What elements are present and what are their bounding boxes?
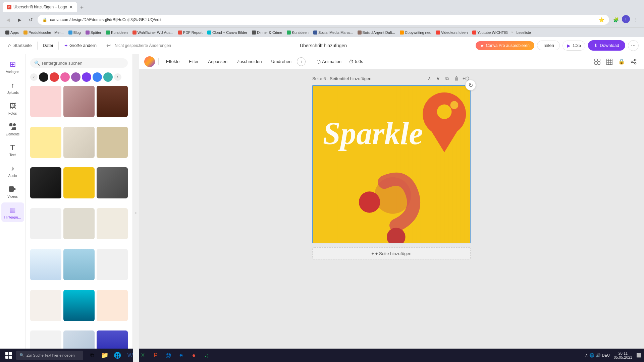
bookmark-wahlfacher[interactable]: Wahlfächer WU Aus... (130, 30, 175, 35)
add-page-button[interactable]: + + Seite hinzufügen (312, 247, 471, 259)
color-next-button[interactable]: › (114, 73, 121, 81)
taskbar-app-powerpoint[interactable]: P (150, 349, 162, 361)
tab-close-button[interactable]: ✕ (69, 4, 73, 10)
page-collapse-button[interactable]: ∧ (425, 74, 434, 83)
file-menu[interactable]: Datei (40, 42, 56, 49)
taskbar-network-icon[interactable]: 🌐 (589, 353, 594, 358)
background-thumbnail[interactable] (97, 167, 128, 198)
sidebar-item-videos[interactable]: Videos (1, 182, 24, 201)
panel-collapse-button[interactable]: ‹ (133, 54, 139, 362)
sidebar-item-hintergrunde[interactable]: ▦ Hintergru... (1, 202, 24, 222)
lock-button[interactable]: 🔒 (616, 57, 627, 67)
taskbar-search[interactable]: 🔍 Zur Suche Text hier eingeben (16, 351, 83, 360)
background-thumbnail[interactable] (63, 127, 95, 158)
browser-menu-button[interactable]: ⋮ (631, 15, 641, 24)
sidebar-item-text[interactable]: T Text (1, 140, 24, 160)
sidebar-item-vorlagen[interactable]: ⊞ Vorlagen (1, 57, 24, 76)
taskbar-app-task-view[interactable]: ⧉ (86, 349, 98, 361)
sidebar-item-uploads[interactable]: ↑ Uploads (1, 78, 24, 97)
background-thumbnail[interactable] (97, 127, 128, 158)
background-thumbnail[interactable] (30, 208, 61, 239)
play-button[interactable]: ▶ 1:25 (562, 41, 585, 51)
style-color-icon[interactable] (144, 56, 155, 67)
bookmark-cload[interactable]: Cload + Canva Bilder (205, 30, 249, 35)
download-button[interactable]: ⬇ Download (588, 40, 625, 51)
taskbar-app-edge[interactable]: 🌐 (111, 349, 123, 361)
background-thumbnail[interactable] (97, 249, 128, 280)
color-swatch-pink[interactable] (60, 72, 70, 82)
background-thumbnail[interactable] (63, 290, 95, 321)
taskbar-app-explorer[interactable]: 📁 (99, 349, 111, 361)
active-tab[interactable]: C Überschrift hinzufügen – Logo ✕ (3, 2, 77, 12)
color-swatch-violet[interactable] (82, 72, 91, 82)
refresh-button[interactable]: ↺ (26, 15, 36, 24)
bookmark-pdf[interactable]: PDF Report (176, 30, 205, 35)
bookmark-dinner[interactable]: Dinner & Crime (250, 30, 284, 35)
info-button[interactable]: i (297, 57, 306, 66)
share-link-button[interactable] (629, 57, 639, 67)
canvas-frame[interactable]: Sparkle (312, 85, 471, 243)
background-thumbnail[interactable] (97, 208, 128, 239)
taskbar-app-spotify[interactable]: ♫ (201, 349, 213, 361)
taskbar-clock[interactable]: 20:11 05.05.2021 (611, 351, 635, 359)
bookmark-videokurs[interactable]: Videokurs Ideen (434, 30, 470, 35)
share-button[interactable]: Teilen (537, 41, 560, 50)
background-thumbnail[interactable] (30, 86, 61, 117)
extensions-button[interactable]: 🧩 (611, 15, 621, 24)
bookmark-youtube[interactable]: Youtube WICHTIG (470, 30, 510, 35)
page-duplicate-button[interactable]: ⧉ (442, 74, 452, 83)
sidebar-item-elemente[interactable]: Elemente (1, 119, 24, 139)
color-prev-button[interactable]: ‹ (30, 73, 38, 81)
color-swatch-black[interactable] (39, 72, 48, 82)
taskbar-notification-icon[interactable]: ⬜ (636, 353, 641, 358)
animation-button[interactable]: ⬡ Animation (313, 58, 345, 66)
sidebar-item-fotos[interactable]: 🖼 Fotos (1, 99, 24, 118)
bookmark-kursideen1[interactable]: Kursideen (104, 30, 130, 35)
background-thumbnail[interactable] (97, 86, 128, 117)
taskbar-app-outlook[interactable]: @ (162, 349, 174, 361)
home-button[interactable]: ⌂ Startseite (5, 41, 35, 50)
page-expand-button[interactable]: ∨ (434, 74, 442, 83)
taskbar-expand-icon[interactable]: ∧ (585, 353, 588, 358)
background-thumbnail[interactable] (63, 86, 95, 117)
background-thumbnail[interactable] (30, 167, 61, 198)
filter-button[interactable]: Filter (185, 58, 203, 65)
background-thumbnail[interactable] (63, 167, 95, 198)
bookmark-copywriting[interactable]: Copywriting neu (398, 30, 433, 35)
bookmark-spater[interactable]: Später (84, 30, 103, 35)
color-swatch-teal[interactable] (103, 72, 113, 82)
background-thumbnail[interactable] (63, 208, 95, 239)
start-button[interactable] (3, 349, 15, 361)
adjust-button[interactable]: Anpassen (204, 58, 231, 65)
resize-button[interactable]: ✦ Größe ändern (61, 42, 99, 50)
more-options-button[interactable]: ··· (628, 40, 639, 51)
taskbar-volume-icon[interactable]: 🔊 (596, 353, 601, 358)
color-swatch-blue[interactable] (93, 72, 102, 82)
address-bar[interactable]: 🔒 canva.com/design/DAEdomzsqjI/drBfjHdCo… (38, 15, 609, 25)
background-thumbnail[interactable] (97, 290, 128, 321)
search-input[interactable] (42, 61, 124, 66)
forward-button[interactable]: ▶ (15, 15, 24, 24)
page-delete-button[interactable]: 🗑 (452, 74, 461, 83)
grid-snap-button[interactable] (592, 57, 602, 67)
background-thumbnail[interactable] (30, 127, 61, 158)
search-box[interactable]: 🔍 (30, 58, 128, 68)
sidebar-item-audio[interactable]: ♪ Audio (1, 161, 24, 180)
undo-button[interactable]: ↩ (105, 41, 112, 50)
profile-button[interactable]: I (622, 15, 630, 23)
flip-button[interactable]: Umdrehen (267, 58, 296, 65)
background-thumbnail[interactable] (63, 249, 95, 280)
taskbar-app-edge2[interactable]: e (175, 349, 187, 361)
bookmark-social[interactable]: Social Media Mana... (311, 30, 355, 35)
background-thumbnail[interactable] (30, 249, 61, 280)
color-swatch-red[interactable] (50, 72, 59, 82)
taskbar-app-chrome[interactable]: ● (188, 349, 200, 361)
color-swatch-purple[interactable] (71, 72, 80, 82)
pixel-grid-button[interactable] (604, 57, 614, 67)
new-tab-button[interactable]: + (77, 3, 87, 12)
back-button[interactable]: ◀ (3, 15, 13, 24)
effects-button[interactable]: Effekte (162, 58, 183, 65)
bookmark-bois[interactable]: Bois d'Argent Duft... (356, 30, 397, 35)
canva-pro-button[interactable]: ★ Canva Pro ausprobieren (476, 41, 534, 50)
rotate-handle[interactable]: ↻ (465, 80, 476, 90)
